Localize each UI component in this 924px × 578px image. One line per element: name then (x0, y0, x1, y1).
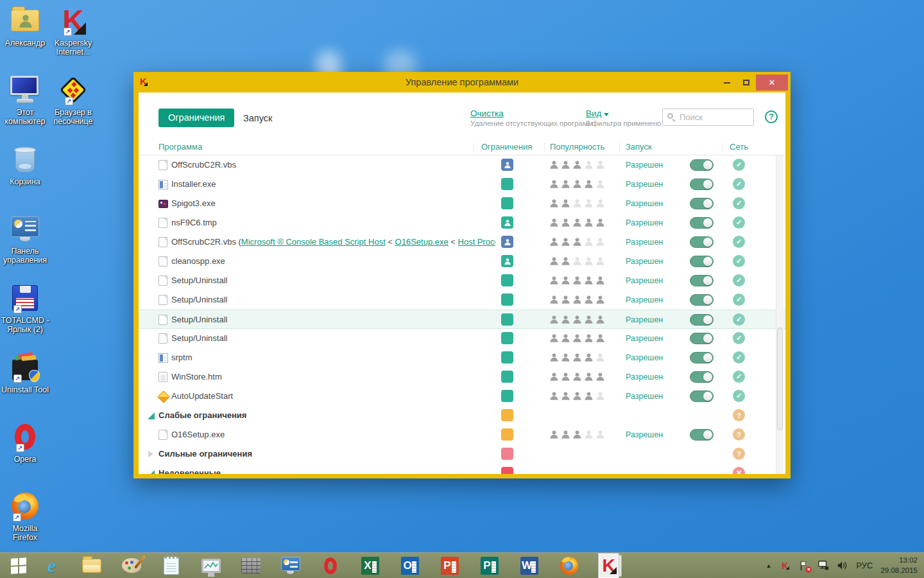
network-status-ok-icon[interactable]: ✓ (733, 255, 745, 267)
minimize-button[interactable] (717, 74, 737, 91)
desktop-icon-control-panel[interactable]: Панель управления (0, 212, 50, 265)
desktop-icon-sandbox-browser[interactable]: ↗Браузер в песочнице (48, 73, 98, 127)
launch-toggle[interactable] (690, 314, 714, 326)
program-link[interactable]: Host Proces (458, 237, 495, 247)
launch-toggle[interactable] (690, 256, 714, 267)
tab-launch[interactable]: Запуск (243, 113, 272, 123)
launch-toggle[interactable] (690, 275, 714, 286)
taskbar-paint[interactable] (121, 553, 142, 578)
network-status-ok-icon[interactable]: ✓ (733, 159, 745, 171)
kaspersky-tray-icon[interactable]: K (779, 560, 791, 572)
taskbar-firewall[interactable] (240, 553, 261, 578)
network-status-ok-icon[interactable]: ✓ (733, 371, 745, 383)
group-collapsed-icon[interactable] (148, 451, 153, 457)
view-link[interactable]: Вид (586, 109, 601, 118)
titlebar[interactable]: K Управление программами ✕ (133, 72, 791, 92)
launch-toggle[interactable] (690, 294, 714, 306)
taskbar-notepad[interactable] (160, 553, 182, 578)
group-expanded-icon[interactable] (148, 470, 155, 474)
desktop-icon-opera[interactable]: ↗Opera (0, 420, 50, 464)
network-status-ok-icon[interactable]: ✓ (733, 197, 745, 209)
program-link[interactable]: Microsoft ® Console Based Script Host (241, 237, 386, 247)
desktop-icon-totalcmd[interactable]: ↗TOTALCMD - Ярлык (2) (0, 281, 50, 335)
group-row[interactable]: Слабые ограничения? (139, 406, 785, 425)
language-indicator[interactable]: РУС (856, 561, 873, 570)
table-row[interactable]: Spigot3.exeРазрешен✓ (139, 194, 785, 213)
launch-toggle[interactable] (690, 217, 714, 229)
launch-toggle[interactable] (690, 371, 714, 383)
taskbar-excel[interactable]: X (359, 553, 381, 578)
table-row[interactable]: srptmРазрешен✓ (139, 348, 785, 367)
network-status-ok-icon[interactable]: ✓ (733, 216, 745, 229)
desktop-icon-uninstall-tool[interactable]: ↗Uninstall Tool (0, 351, 50, 394)
tab-restrictions[interactable]: Ограничения (158, 109, 234, 127)
action-center-flag-icon[interactable]: ✕ (798, 560, 810, 572)
launch-toggle[interactable] (690, 390, 714, 402)
column-header-restrictions[interactable]: Ограничения (481, 142, 532, 152)
launch-toggle[interactable] (690, 236, 714, 248)
close-button[interactable]: ✕ (756, 74, 788, 91)
table-row[interactable]: Installer.exeРазрешен✓ (139, 175, 785, 194)
group-row[interactable]: Недоверенные✕ (139, 464, 785, 474)
network-status-question-icon[interactable]: ? (733, 448, 745, 460)
start-button[interactable] (8, 553, 30, 578)
table-row[interactable]: Setup/UninstallРазрешен✓ (139, 290, 785, 310)
launch-toggle[interactable] (690, 159, 714, 171)
network-status-ok-icon[interactable]: ✓ (733, 351, 745, 363)
table-row[interactable]: cleanospp.exeРазрешен✓ (139, 252, 785, 271)
table-row[interactable]: Setup/UninstallРазрешен✓ (139, 271, 785, 290)
column-header-popularity[interactable]: Популярность (550, 142, 604, 152)
taskbar-opera[interactable] (320, 553, 341, 578)
taskbar-powerpoint[interactable]: P (439, 553, 460, 578)
network-status-ok-icon[interactable]: ✓ (733, 274, 745, 286)
network-status-question-icon[interactable]: ? (733, 409, 745, 421)
clock[interactable]: 13:02 29.08.2015 (880, 556, 918, 575)
table-row[interactable]: nsF9C6.tmpРазрешен✓ (139, 213, 785, 232)
network-status-ok-icon[interactable]: ✓ (733, 236, 745, 248)
network-status-question-icon[interactable]: ? (733, 428, 745, 441)
network-status-error-icon[interactable]: ✕ (733, 467, 745, 474)
network-status-ok-icon[interactable]: ✓ (733, 178, 745, 190)
help-icon[interactable]: ? (765, 110, 778, 123)
taskbar-outlook[interactable]: O (399, 553, 420, 578)
launch-toggle[interactable] (690, 429, 714, 441)
taskbar-kaspersky[interactable]: K (598, 553, 619, 578)
table-row[interactable]: O16Setup.exeРазрешен? (139, 425, 785, 444)
desktop-icon-firefox[interactable]: ↗Mozilla Firefox (0, 489, 50, 543)
volume-icon[interactable] (837, 560, 848, 572)
taskbar-internet-explorer[interactable]: e (41, 553, 62, 578)
network-status-ok-icon[interactable]: ✓ (733, 313, 745, 326)
network-icon[interactable] (817, 560, 829, 572)
desktop-icon-kaspersky[interactable]: K↗Kaspersky Internet... (48, 4, 98, 57)
search-input[interactable] (680, 110, 751, 125)
taskbar-firefox[interactable] (558, 553, 579, 578)
taskbar-publisher[interactable]: P (479, 553, 500, 578)
group-expanded-icon[interactable] (148, 412, 155, 419)
cleanup-link[interactable]: Очистка (470, 109, 504, 118)
launch-toggle[interactable] (690, 333, 714, 344)
network-status-ok-icon[interactable]: ✓ (733, 332, 745, 344)
column-header-launch[interactable]: Запуск (626, 142, 652, 152)
column-header-program[interactable]: Программа (158, 142, 202, 152)
desktop-icon-recycle-bin[interactable]: Корзина (0, 143, 50, 186)
network-status-ok-icon[interactable]: ✓ (733, 293, 745, 306)
desktop-icon-computer[interactable]: Этот компьютер (0, 73, 50, 127)
table-row[interactable]: Setup/UninstallРазрешен✓ (139, 329, 785, 348)
network-status-ok-icon[interactable]: ✓ (733, 390, 745, 402)
table-row[interactable]: Setup/UninstallРазрешен✓ (139, 310, 785, 329)
launch-toggle[interactable] (690, 179, 714, 190)
taskbar-word[interactable]: W (518, 553, 540, 578)
show-hidden-icons-arrow[interactable]: ▲ (766, 563, 771, 569)
table-row[interactable]: OffScrubC2R.vbs (Microsoft ® Console Bas… (139, 232, 785, 252)
launch-toggle[interactable] (690, 198, 714, 209)
launch-toggle[interactable] (690, 352, 714, 363)
taskbar-file-explorer[interactable] (81, 553, 102, 578)
program-link[interactable]: O16Setup.exe (395, 237, 449, 247)
table-row[interactable]: AutoUpdateStartРазрешен✓ (139, 387, 785, 406)
taskbar-resource-monitor[interactable] (200, 553, 221, 578)
desktop-icon-user-folder[interactable]: Александр (0, 4, 50, 48)
group-row[interactable]: Сильные ограничения? (139, 444, 785, 464)
column-header-network[interactable]: Сеть (730, 142, 748, 152)
maximize-button[interactable] (737, 74, 756, 91)
table-row[interactable]: WinStore.htmРазрешен✓ (139, 367, 785, 387)
